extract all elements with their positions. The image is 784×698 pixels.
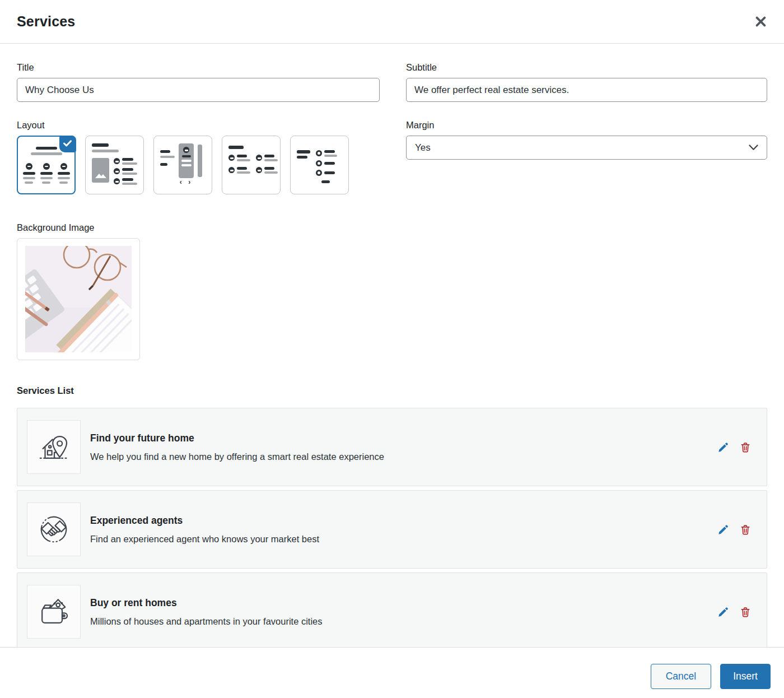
- pencil-icon: [717, 611, 729, 620]
- service-title: Buy or rent homes: [90, 597, 716, 609]
- layout-option-grid[interactable]: [222, 136, 281, 194]
- insert-button[interactable]: Insert: [720, 664, 771, 689]
- service-item: Find your future home We help you find a…: [17, 408, 767, 486]
- carousel-arrows: ‹ ›: [180, 178, 193, 186]
- house-location-pin-icon: [36, 430, 71, 464]
- layout-option-three-columns[interactable]: [17, 136, 76, 194]
- title-input[interactable]: [17, 78, 380, 102]
- desk-photo-image: [25, 246, 132, 352]
- service-description: Millions of houses and apartments in you…: [90, 616, 716, 627]
- modal-footer: Cancel Insert: [0, 647, 784, 698]
- modal-header: Services: [0, 0, 784, 44]
- delete-service-button[interactable]: [739, 605, 752, 619]
- trash-icon: [740, 611, 751, 620]
- selected-check-badge: [59, 136, 76, 152]
- services-modal: Services Title Subtitle Layout: [0, 0, 784, 698]
- modal-body: Title Subtitle Layout: [0, 44, 784, 647]
- handshake-icon: [36, 512, 71, 547]
- pencil-icon: [717, 529, 729, 537]
- title-label: Title: [17, 62, 380, 73]
- layout-options: ‹ ›: [17, 136, 380, 194]
- background-image-label: Background Image: [17, 222, 767, 233]
- service-item: Experienced agents Find an experienced a…: [17, 490, 767, 569]
- service-item: Buy or rent homes Millions of houses and…: [17, 573, 767, 647]
- layout-thumbnail-art: [24, 147, 69, 184]
- margin-select[interactable]: Yes: [406, 136, 767, 160]
- layout-thumbnail-art: [92, 143, 137, 185]
- cancel-button[interactable]: Cancel: [651, 664, 711, 689]
- check-icon: [63, 139, 72, 149]
- image-placeholder-icon: [92, 158, 109, 183]
- delete-service-button[interactable]: [739, 523, 752, 537]
- delete-service-button[interactable]: [739, 440, 752, 454]
- margin-label: Margin: [406, 120, 767, 131]
- trash-icon: [740, 446, 751, 455]
- service-icon-box: [27, 502, 81, 556]
- service-description: We help you find a new home by offering …: [90, 452, 716, 462]
- layout-thumbnail-art: [297, 150, 342, 183]
- service-description: Find an experienced agent who knows your…: [90, 534, 716, 545]
- service-icon-box: [27, 585, 81, 639]
- layout-option-list-right[interactable]: [290, 136, 349, 194]
- service-title: Experienced agents: [90, 515, 716, 527]
- margin-select-value: Yes: [415, 142, 431, 153]
- edit-service-button[interactable]: [716, 523, 730, 537]
- edit-service-button[interactable]: [716, 440, 730, 454]
- service-icon-box: [27, 420, 81, 474]
- close-icon: [755, 20, 766, 29]
- modal-title: Services: [17, 13, 75, 30]
- layout-label: Layout: [17, 120, 380, 131]
- layout-option-carousel[interactable]: ‹ ›: [153, 136, 212, 194]
- subtitle-input[interactable]: [406, 78, 767, 102]
- close-button[interactable]: [752, 13, 769, 30]
- layout-option-image-left[interactable]: [85, 136, 144, 194]
- service-title: Find your future home: [90, 432, 716, 444]
- layout-thumbnail-art: ‹ ›: [160, 143, 206, 186]
- edit-service-button[interactable]: [716, 605, 730, 619]
- layout-thumbnail-art: [228, 146, 274, 174]
- wallet-money-icon: [36, 594, 71, 629]
- trash-icon: [740, 529, 751, 537]
- background-image-thumbnail[interactable]: [17, 238, 140, 360]
- pencil-icon: [717, 446, 729, 455]
- subtitle-label: Subtitle: [406, 62, 767, 73]
- services-list-heading: Services List: [17, 385, 767, 396]
- chevron-down-icon: [749, 142, 758, 153]
